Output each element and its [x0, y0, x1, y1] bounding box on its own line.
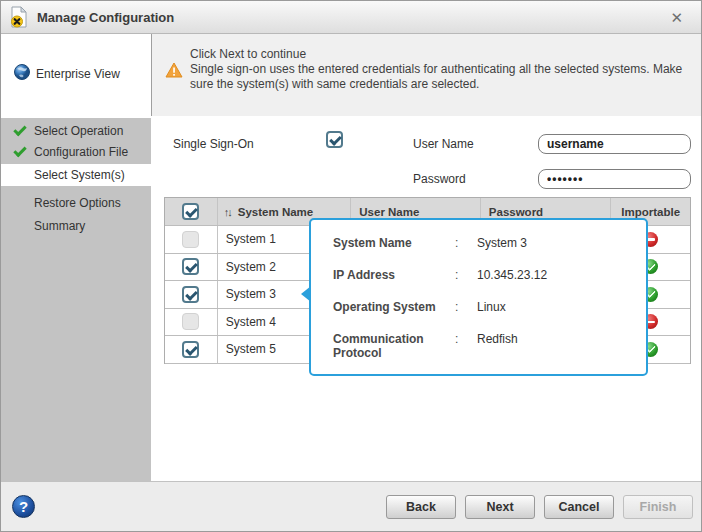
title-bar: Manage Configuration ✕	[1, 1, 702, 34]
step-complete-check-icon	[13, 125, 27, 137]
finish-button[interactable]: Finish	[623, 495, 693, 519]
row-checkbox[interactable]	[182, 313, 199, 330]
manage-configuration-icon	[9, 6, 29, 28]
step-complete-check-icon	[13, 146, 27, 158]
manage-configuration-dialog: Manage Configuration ✕ Enterprise View S…	[0, 0, 702, 532]
row-checkbox[interactable]	[182, 341, 199, 358]
tooltip-arrow-icon	[301, 286, 311, 302]
footer-buttons: Back Next Cancel Finish	[386, 495, 693, 519]
tooltip-row: Operating System : Linux	[333, 300, 633, 314]
user-name-label: User Name	[413, 137, 474, 151]
enterprise-view-node[interactable]: Enterprise View	[14, 64, 120, 84]
dialog-title: Manage Configuration	[37, 10, 174, 25]
sidebar-item-configuration-file[interactable]: Configuration File	[1, 141, 151, 163]
cancel-button[interactable]: Cancel	[544, 495, 614, 519]
sort-icon[interactable]: ↑↓	[224, 206, 231, 218]
sidebar-item-select-systems[interactable]: Select System(s)	[1, 164, 151, 186]
password-input[interactable]	[538, 169, 691, 189]
user-name-input[interactable]	[538, 134, 691, 154]
system-details-tooltip: System Name : System 3 IP Address : 10.3…	[309, 218, 648, 376]
tooltip-row: Communication Protocol : Redfish	[333, 332, 633, 360]
next-button[interactable]: Next	[465, 495, 535, 519]
enterprise-view-label: Enterprise View	[36, 67, 120, 81]
sidebar-item-select-operation[interactable]: Select Operation	[1, 120, 151, 142]
sidebar-item-summary[interactable]: Summary	[1, 215, 151, 237]
sidebar-item-restore-options[interactable]: Restore Options	[1, 192, 151, 214]
banner-text: Click Next to continue Single sign-on us…	[190, 47, 695, 92]
sidebar-root: Enterprise View	[1, 34, 151, 118]
single-sign-on-label: Single Sign-On	[173, 137, 254, 151]
row-checkbox[interactable]	[182, 231, 199, 248]
close-icon[interactable]: ✕	[666, 7, 687, 29]
single-sign-on-checkbox[interactable]	[326, 131, 343, 148]
select-all-checkbox[interactable]	[182, 203, 199, 220]
password-label: Password	[413, 172, 466, 186]
footer-bar: ? Back Next Cancel Finish	[1, 481, 702, 532]
info-banner: Click Next to continue Single sign-on us…	[151, 34, 702, 116]
back-button[interactable]: Back	[386, 495, 456, 519]
banner-line1: Click Next to continue	[190, 47, 695, 62]
help-icon[interactable]: ?	[12, 495, 35, 518]
warning-icon	[165, 62, 183, 82]
tooltip-row: IP Address : 10.345.23.12	[333, 268, 633, 282]
select-systems-panel: Single Sign-On User Name Password ↑↓ Sys…	[151, 116, 702, 481]
row-checkbox[interactable]	[182, 258, 199, 275]
row-checkbox[interactable]	[182, 286, 199, 303]
banner-line2: Single sign-on uses the entered credenti…	[190, 62, 695, 92]
globe-icon	[14, 64, 30, 84]
wizard-steps: Select Operation Configuration File Sele…	[1, 118, 151, 481]
tooltip-row: System Name : System 3	[333, 236, 633, 250]
